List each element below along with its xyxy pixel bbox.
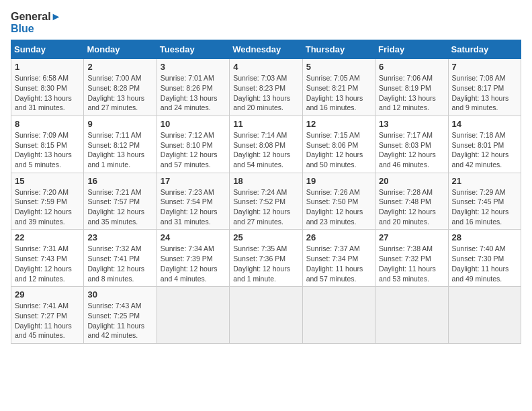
day-number: 21 [452, 176, 517, 186]
day-number: 11 [233, 119, 298, 129]
calendar-cell [230, 287, 302, 344]
day-info: Sunrise: 7:35 AMSunset: 7:36 PMDaylight:… [233, 244, 298, 283]
calendar-cell: 25Sunrise: 7:35 AMSunset: 7:36 PMDayligh… [230, 230, 302, 287]
day-info: Sunrise: 7:31 AMSunset: 7:43 PMDaylight:… [15, 244, 80, 283]
calendar-cell: 26Sunrise: 7:37 AMSunset: 7:34 PMDayligh… [302, 230, 375, 287]
header-friday: Friday [375, 40, 448, 59]
day-number: 27 [379, 232, 444, 242]
day-number: 9 [87, 119, 152, 129]
calendar-table: SundayMondayTuesdayWednesdayThursdayFrid… [11, 40, 521, 344]
day-info: Sunrise: 6:58 AMSunset: 8:30 PMDaylight:… [15, 73, 80, 113]
day-number: 13 [379, 119, 444, 129]
header-saturday: Saturday [448, 40, 521, 59]
calendar-cell: 14Sunrise: 7:18 AMSunset: 8:01 PMDayligh… [448, 116, 521, 173]
calendar-cell: 29Sunrise: 7:41 AMSunset: 7:27 PMDayligh… [11, 287, 84, 344]
day-info: Sunrise: 7:43 AMSunset: 7:25 PMDaylight:… [87, 301, 152, 340]
week-row-4: 22Sunrise: 7:31 AMSunset: 7:43 PMDayligh… [11, 230, 521, 287]
day-info: Sunrise: 7:00 AMSunset: 8:28 PMDaylight:… [87, 73, 152, 113]
day-info: Sunrise: 7:03 AMSunset: 8:23 PMDaylight:… [233, 73, 298, 113]
week-row-1: 1Sunrise: 6:58 AMSunset: 8:30 PMDaylight… [11, 59, 521, 116]
day-info: Sunrise: 7:28 AMSunset: 7:48 PMDaylight:… [379, 187, 444, 227]
calendar-cell: 2Sunrise: 7:00 AMSunset: 8:28 PMDaylight… [84, 59, 157, 116]
calendar-cell: 18Sunrise: 7:24 AMSunset: 7:52 PMDayligh… [230, 173, 302, 230]
calendar-cell: 7Sunrise: 7:08 AMSunset: 8:17 PMDaylight… [448, 59, 521, 116]
calendar-cell [302, 287, 375, 344]
calendar-cell: 23Sunrise: 7:32 AMSunset: 7:41 PMDayligh… [84, 230, 157, 287]
day-number: 14 [452, 119, 517, 129]
calendar-cell: 16Sunrise: 7:21 AMSunset: 7:57 PMDayligh… [84, 173, 157, 230]
calendar-cell: 27Sunrise: 7:38 AMSunset: 7:32 PMDayligh… [375, 230, 448, 287]
day-number: 1 [15, 62, 80, 72]
day-info: Sunrise: 7:32 AMSunset: 7:41 PMDaylight:… [87, 244, 152, 283]
day-number: 19 [306, 176, 371, 186]
calendar-cell [375, 287, 448, 344]
day-number: 5 [306, 62, 371, 72]
calendar-cell: 24Sunrise: 7:34 AMSunset: 7:39 PMDayligh… [157, 230, 229, 287]
header-sunday: Sunday [11, 40, 84, 59]
day-number: 22 [15, 232, 80, 242]
day-info: Sunrise: 7:38 AMSunset: 7:32 PMDaylight:… [379, 244, 444, 283]
day-info: Sunrise: 7:12 AMSunset: 8:10 PMDaylight:… [161, 130, 226, 170]
day-info: Sunrise: 7:06 AMSunset: 8:19 PMDaylight:… [379, 73, 444, 113]
calendar-cell: 20Sunrise: 7:28 AMSunset: 7:48 PMDayligh… [375, 173, 448, 230]
day-number: 12 [306, 119, 371, 129]
day-info: Sunrise: 7:40 AMSunset: 7:30 PMDaylight:… [452, 244, 517, 283]
day-number: 29 [15, 289, 80, 300]
day-number: 7 [452, 62, 517, 72]
page-header: General► Blue [11, 11, 521, 34]
header-wednesday: Wednesday [230, 40, 302, 59]
header-tuesday: Tuesday [157, 40, 229, 59]
calendar-cell [157, 287, 229, 344]
header-monday: Monday [84, 40, 157, 59]
calendar-cell: 3Sunrise: 7:01 AMSunset: 8:26 PMDaylight… [157, 59, 229, 116]
day-number: 24 [161, 232, 226, 242]
calendar-cell: 4Sunrise: 7:03 AMSunset: 8:23 PMDaylight… [230, 59, 302, 116]
day-info: Sunrise: 7:26 AMSunset: 7:50 PMDaylight:… [306, 187, 371, 227]
day-info: Sunrise: 7:11 AMSunset: 8:12 PMDaylight:… [87, 130, 152, 170]
day-info: Sunrise: 7:08 AMSunset: 8:17 PMDaylight:… [452, 73, 517, 113]
day-info: Sunrise: 7:01 AMSunset: 8:26 PMDaylight:… [161, 73, 226, 113]
day-info: Sunrise: 7:09 AMSunset: 8:15 PMDaylight:… [15, 130, 80, 170]
day-info: Sunrise: 7:21 AMSunset: 7:57 PMDaylight:… [87, 187, 152, 227]
calendar-cell: 6Sunrise: 7:06 AMSunset: 8:19 PMDaylight… [375, 59, 448, 116]
calendar-cell: 30Sunrise: 7:43 AMSunset: 7:25 PMDayligh… [84, 287, 157, 344]
day-number: 20 [379, 176, 444, 186]
calendar-cell: 12Sunrise: 7:15 AMSunset: 8:06 PMDayligh… [302, 116, 375, 173]
day-info: Sunrise: 7:15 AMSunset: 8:06 PMDaylight:… [306, 130, 371, 170]
day-number: 30 [87, 289, 152, 300]
calendar-cell: 28Sunrise: 7:40 AMSunset: 7:30 PMDayligh… [448, 230, 521, 287]
calendar-cell: 11Sunrise: 7:14 AMSunset: 8:08 PMDayligh… [230, 116, 302, 173]
day-number: 16 [87, 176, 152, 186]
header-thursday: Thursday [302, 40, 375, 59]
calendar-cell: 15Sunrise: 7:20 AMSunset: 7:59 PMDayligh… [11, 173, 84, 230]
day-info: Sunrise: 7:41 AMSunset: 7:27 PMDaylight:… [15, 301, 80, 340]
day-number: 15 [15, 176, 80, 186]
day-info: Sunrise: 7:37 AMSunset: 7:34 PMDaylight:… [306, 244, 371, 283]
week-row-5: 29Sunrise: 7:41 AMSunset: 7:27 PMDayligh… [11, 287, 521, 344]
week-row-2: 8Sunrise: 7:09 AMSunset: 8:15 PMDaylight… [11, 116, 521, 173]
day-info: Sunrise: 7:20 AMSunset: 7:59 PMDaylight:… [15, 187, 80, 227]
calendar-header-row: SundayMondayTuesdayWednesdayThursdayFrid… [11, 40, 521, 59]
logo: General► Blue [11, 11, 61, 34]
day-number: 3 [161, 62, 226, 72]
calendar-cell: 13Sunrise: 7:17 AMSunset: 8:03 PMDayligh… [375, 116, 448, 173]
calendar-cell [448, 287, 521, 344]
day-info: Sunrise: 7:14 AMSunset: 8:08 PMDaylight:… [233, 130, 298, 170]
calendar-cell: 21Sunrise: 7:29 AMSunset: 7:45 PMDayligh… [448, 173, 521, 230]
week-row-3: 15Sunrise: 7:20 AMSunset: 7:59 PMDayligh… [11, 173, 521, 230]
day-number: 2 [87, 62, 152, 72]
day-number: 25 [233, 232, 298, 242]
day-info: Sunrise: 7:23 AMSunset: 7:54 PMDaylight:… [161, 187, 226, 227]
day-number: 6 [379, 62, 444, 72]
day-info: Sunrise: 7:17 AMSunset: 8:03 PMDaylight:… [379, 130, 444, 170]
day-info: Sunrise: 7:18 AMSunset: 8:01 PMDaylight:… [452, 130, 517, 170]
day-info: Sunrise: 7:34 AMSunset: 7:39 PMDaylight:… [161, 244, 226, 283]
day-number: 10 [161, 119, 226, 129]
day-number: 26 [306, 232, 371, 242]
day-number: 8 [15, 119, 80, 129]
day-number: 23 [87, 232, 152, 242]
day-info: Sunrise: 7:05 AMSunset: 8:21 PMDaylight:… [306, 73, 371, 113]
calendar-cell: 22Sunrise: 7:31 AMSunset: 7:43 PMDayligh… [11, 230, 84, 287]
calendar-cell: 1Sunrise: 6:58 AMSunset: 8:30 PMDaylight… [11, 59, 84, 116]
day-info: Sunrise: 7:29 AMSunset: 7:45 PMDaylight:… [452, 187, 517, 227]
